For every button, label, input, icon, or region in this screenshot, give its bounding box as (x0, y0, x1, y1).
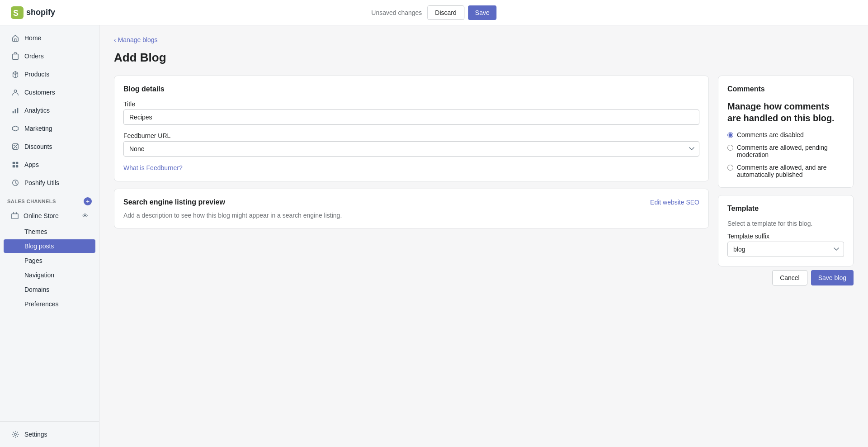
marketing-icon (11, 124, 20, 133)
svg-rect-5 (15, 109, 16, 113)
bottom-actions: Cancel Save blog (114, 270, 854, 285)
breadcrumb-label: Manage blogs (118, 36, 158, 43)
sidebar-subitem-preferences[interactable]: Preferences (4, 297, 95, 311)
svg-text:S: S (13, 9, 19, 18)
sidebar-subitem-blog-posts[interactable]: Blog posts (4, 239, 95, 253)
sales-channels-label: SALES CHANNELS (7, 199, 56, 204)
orders-icon (11, 52, 20, 61)
cancel-button[interactable]: Cancel (772, 270, 807, 285)
sidebar-item-apps[interactable]: Apps (4, 156, 95, 173)
settings-label: Settings (24, 431, 47, 438)
svg-rect-11 (16, 162, 18, 164)
sidebar-subitem-navigation[interactable]: Navigation (4, 268, 95, 282)
sidebar-item-home[interactable]: Home (4, 29, 95, 47)
topbar: S shopify Unsaved changes Discard Save (0, 0, 868, 25)
online-store-icon (11, 212, 19, 220)
products-icon (11, 70, 20, 79)
sidebar-subitem-themes[interactable]: Themes (4, 225, 95, 238)
themes-label: Themes (24, 228, 47, 235)
comments-radio-auto[interactable] (727, 165, 733, 171)
edit-seo-link[interactable]: Edit website SEO (650, 199, 699, 206)
title-input[interactable] (123, 109, 699, 125)
page-title: Add Blog (114, 51, 854, 65)
preferences-label: Preferences (24, 300, 58, 308)
sidebar-item-customers[interactable]: Customers (4, 84, 95, 101)
sidebar-item-products[interactable]: Products (4, 66, 95, 83)
online-store-label: Online Store (24, 212, 59, 219)
sidebar-item-orders[interactable]: Orders (4, 48, 95, 65)
topbar-logo: S shopify (11, 6, 55, 19)
title-form-group: Title (123, 100, 699, 125)
add-channel-button[interactable]: + (84, 197, 92, 205)
comments-option-pending[interactable]: Comments are allowed, pending moderation (727, 144, 844, 158)
online-store-eye-icon: 👁 (82, 212, 88, 219)
shopify-logo-icon: S (11, 6, 24, 19)
feedburner-link[interactable]: What is Feedburner? (123, 164, 183, 171)
discard-button[interactable]: Discard (427, 5, 464, 20)
sidebar-analytics-label: Analytics (24, 107, 50, 114)
svg-point-7 (14, 145, 15, 146)
sidebar-subitem-domains[interactable]: Domains (4, 283, 95, 296)
sidebar-marketing-label: Marketing (24, 125, 52, 132)
sidebar-item-online-store[interactable]: Online Store 👁 (4, 208, 95, 224)
svg-point-16 (14, 433, 17, 436)
home-icon (11, 33, 20, 43)
svg-rect-2 (13, 54, 19, 60)
pages-label: Pages (24, 257, 42, 264)
sidebar-item-marketing[interactable]: Marketing (4, 120, 95, 137)
sidebar-discounts-label: Discounts (24, 143, 52, 150)
title-label: Title (123, 100, 699, 108)
poshify-icon (11, 178, 20, 187)
settings-icon (11, 430, 20, 439)
comments-option-disabled[interactable]: Comments are disabled (727, 131, 844, 138)
seo-card: Search engine listing preview Edit websi… (114, 189, 709, 228)
sidebar-poshify-label: Poshify Utils (24, 179, 59, 186)
blog-posts-label: Blog posts (24, 243, 54, 250)
comments-radio-group: Comments are disabled Comments are allow… (727, 131, 844, 178)
app-body: Home Orders Products Customers Analytics (0, 25, 868, 447)
back-arrow: ‹ (114, 36, 116, 43)
content-layout: Blog details Title Feedburner URL None W… (114, 76, 854, 266)
sales-channels-header: SALES CHANNELS + (0, 192, 99, 207)
template-suffix-select[interactable]: blog (727, 242, 844, 257)
comments-card-title: Comments (727, 85, 844, 93)
seo-header: Search engine listing preview Edit websi… (123, 198, 699, 206)
topbar-center: Unsaved changes Discard Save (371, 5, 496, 20)
sidebar-item-poshify[interactable]: Poshify Utils (4, 174, 95, 191)
side-column: Comments Manage how comments are handled… (718, 76, 854, 266)
feedburner-select[interactable]: None (123, 141, 699, 157)
svg-point-8 (16, 147, 17, 148)
blog-details-title: Blog details (123, 85, 699, 93)
unsaved-changes-label: Unsaved changes (371, 9, 422, 16)
blog-details-card: Blog details Title Feedburner URL None W… (114, 76, 709, 181)
breadcrumb[interactable]: ‹ Manage blogs (114, 36, 854, 43)
sidebar: Home Orders Products Customers Analytics (0, 25, 99, 447)
seo-title: Search engine listing preview (123, 198, 225, 206)
sidebar-subitem-pages[interactable]: Pages (4, 254, 95, 267)
comments-auto-label: Comments are allowed, and are automatica… (737, 164, 844, 178)
sidebar-products-label: Products (24, 71, 49, 78)
sidebar-item-settings[interactable]: Settings (4, 426, 95, 443)
template-description: Select a template for this blog. (727, 220, 844, 227)
template-card: Template Select a template for this blog… (718, 195, 854, 266)
navigation-label: Navigation (24, 271, 54, 279)
topbar-actions: Discard Save (427, 5, 496, 20)
comments-radio-pending[interactable] (727, 145, 733, 151)
template-suffix-label: Template suffix (727, 233, 844, 240)
svg-rect-10 (13, 162, 15, 164)
comments-option-auto[interactable]: Comments are allowed, and are automatica… (727, 164, 844, 178)
svg-rect-13 (16, 165, 18, 167)
comments-pending-label: Comments are allowed, pending moderation (737, 144, 844, 158)
sidebar-item-analytics[interactable]: Analytics (4, 102, 95, 119)
save-blog-button[interactable]: Save blog (811, 270, 854, 285)
customers-icon (11, 88, 20, 97)
sidebar-item-discounts[interactable]: Discounts (4, 138, 95, 155)
sidebar-customers-label: Customers (24, 89, 55, 96)
main-column: Blog details Title Feedburner URL None W… (114, 76, 709, 228)
save-top-button[interactable]: Save (468, 5, 497, 20)
comments-radio-disabled[interactable] (727, 132, 733, 138)
discounts-icon (11, 142, 20, 151)
sidebar-bottom: Settings (0, 421, 99, 443)
comments-card: Comments Manage how comments are handled… (718, 76, 854, 188)
seo-description: Add a description to see how this blog m… (123, 212, 699, 219)
